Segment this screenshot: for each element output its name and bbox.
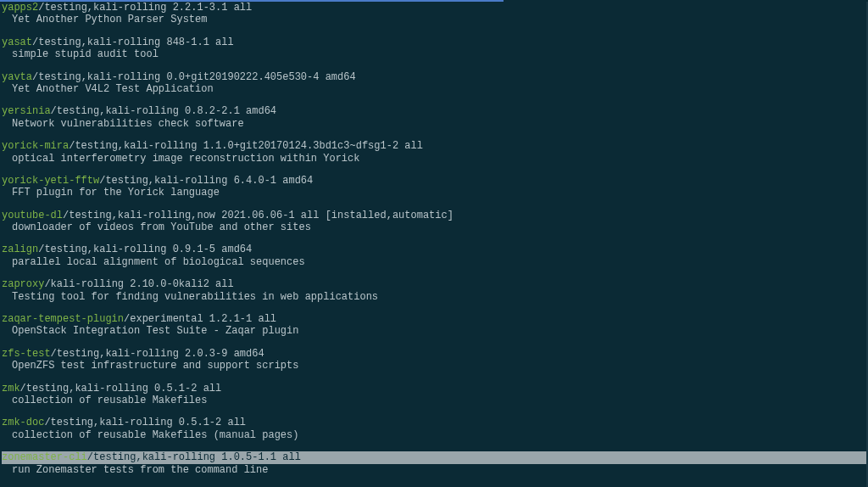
package-description: Testing tool for finding vulnerabilities… [2,291,866,303]
package-entry: yapps2/testing,kali-rolling 2.2.1-3.1 al… [2,2,866,26]
package-meta: /testing,kali-rolling 0.8.2-2.1 amd64 [51,105,276,117]
package-header-line: zalign/testing,kali-rolling 0.9.1-5 amd6… [2,244,866,255]
package-meta: /testing,kali-rolling 0.5.1-2 all [20,383,222,395]
package-name: zfs-test [2,348,51,360]
package-entry: yasat/testing,kali-rolling 848-1.1 allsi… [2,36,866,61]
package-header-line: zmk-doc/testing,kali-rolling 0.5.1-2 all [2,417,866,428]
package-header-line: zaqar-tempest-plugin/experimental 1.2.1-… [2,313,866,325]
package-description: optical interferometry image reconstruct… [2,153,866,165]
package-meta: /testing,kali-rolling 2.2.1-3.1 all [38,2,252,14]
package-header-line: zfs-test/testing,kali-rolling 2.0.3-9 am… [2,348,866,360]
package-description: parallel local alignment of biological s… [2,256,866,268]
package-description: run Zonemaster tests from the command li… [2,464,866,476]
package-meta: /kali-rolling 2.10.0-0kali2 all [44,278,233,290]
package-meta: /experimental 1.2.1-1 all [124,313,276,325]
package-entry: zaproxy/kali-rolling 2.10.0-0kali2 allTe… [2,278,866,303]
package-name: zaproxy [2,278,44,290]
package-description: OpenZFS test infrastructure and support … [2,360,866,372]
package-name: yorick-mira [2,140,69,152]
package-header-line: yavta/testing,kali-rolling 0.0+git201902… [2,71,866,83]
package-description: FFT plugin for the Yorick language [2,187,866,199]
package-meta: /testing,kali-rolling 0.0+git20190222.40… [32,71,356,83]
terminal-output[interactable]: yapps2/testing,kali-rolling 2.2.1-3.1 al… [0,2,868,487]
package-name: yersinia [2,105,51,117]
package-header-line: zonemaster-cli/testing,kali-rolling 1.0.… [2,451,866,463]
package-header-line: yorick-mira/testing,kali-rolling 1.1.0+g… [2,140,866,152]
package-description: Yet Another Python Parser System [2,14,866,25]
package-description: Network vulnerabilities check software [2,118,866,130]
package-entry: zmk-doc/testing,kali-rolling 0.5.1-2 all… [2,417,866,441]
package-meta: /testing,kali-rolling 848-1.1 all [32,36,234,48]
package-description: collection of reusable Makefiles (manual… [2,429,866,441]
package-entry: yorick-yeti-fftw/testing,kali-rolling 6.… [2,175,866,199]
package-entry: zaqar-tempest-plugin/experimental 1.2.1-… [2,313,866,338]
package-meta: /testing,kali-rolling 1.0.5-1.1 all [87,451,301,463]
package-meta: /testing,kali-rolling 2.0.3-9 amd64 [51,348,264,360]
package-name: zmk-doc [2,417,44,428]
package-name: zaqar-tempest-plugin [2,313,124,325]
package-entry: zalign/testing,kali-rolling 0.9.1-5 amd6… [2,244,866,268]
package-header-line: zmk/testing,kali-rolling 0.5.1-2 all [2,383,866,395]
package-entry: zonemaster-cli/testing,kali-rolling 1.0.… [2,451,866,476]
package-meta: /testing,kali-rolling 0.5.1-2 all [44,417,246,428]
package-name: zonemaster-cli [2,451,87,463]
package-header-line: yapps2/testing,kali-rolling 2.2.1-3.1 al… [2,2,866,14]
package-header-line: yersinia/testing,kali-rolling 0.8.2-2.1 … [2,105,866,117]
package-header-line: youtube-dl/testing,kali-rolling,now 2021… [2,210,866,221]
package-entry: youtube-dl/testing,kali-rolling,now 2021… [2,210,866,234]
package-description: simple stupid audit tool [2,48,866,60]
package-entry: yorick-mira/testing,kali-rolling 1.1.0+g… [2,140,866,165]
package-entry: zfs-test/testing,kali-rolling 2.0.3-9 am… [2,348,866,372]
package-meta: /testing,kali-rolling 6.4.0-1 amd64 [99,175,313,187]
package-meta: /testing,kali-rolling 1.1.0+git20170124.… [69,140,423,152]
package-description: Yet Another V4L2 Test Application [2,83,866,95]
package-entry: zmk/testing,kali-rolling 0.5.1-2 allcoll… [2,383,866,407]
package-description: downloader of videos from YouTube and ot… [2,221,866,233]
package-meta: /testing,kali-rolling 0.9.1-5 amd64 [38,244,252,255]
package-header-line: zaproxy/kali-rolling 2.10.0-0kali2 all [2,278,866,290]
package-name: yapps2 [2,2,38,14]
package-name: yasat [2,36,32,48]
package-header-line: yorick-yeti-fftw/testing,kali-rolling 6.… [2,175,866,187]
package-meta: /testing,kali-rolling,now 2021.06.06-1 a… [63,210,453,221]
package-name: zmk [2,383,20,395]
package-entry: yavta/testing,kali-rolling 0.0+git201902… [2,71,866,96]
package-entry: yersinia/testing,kali-rolling 0.8.2-2.1 … [2,105,866,130]
package-name: zalign [2,244,38,255]
package-name: yorick-yeti-fftw [2,175,99,187]
package-name: youtube-dl [2,210,63,221]
package-description: collection of reusable Makefiles [2,395,866,406]
package-header-line: yasat/testing,kali-rolling 848-1.1 all [2,36,866,48]
package-description: OpenStack Integration Test Suite - Zaqar… [2,325,866,337]
package-name: yavta [2,71,32,83]
